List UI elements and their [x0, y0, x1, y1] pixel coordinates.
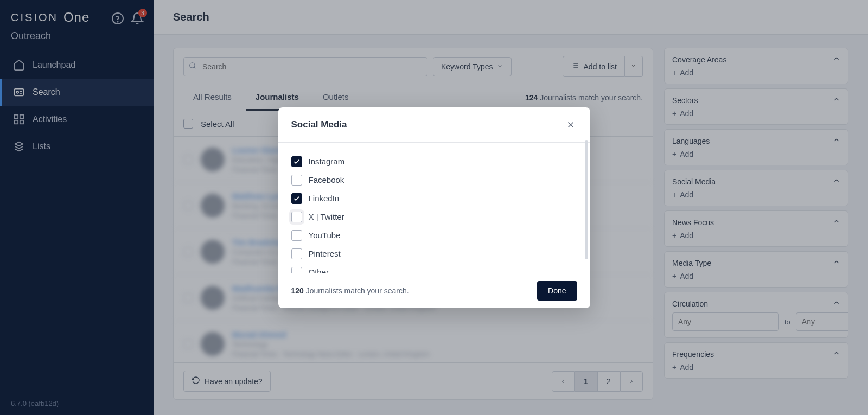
checkbox-checked[interactable]	[291, 156, 302, 167]
checkbox-unchecked[interactable]	[291, 175, 302, 186]
checkbox-unchecked[interactable]	[291, 212, 302, 222]
checkbox-unchecked[interactable]	[291, 267, 302, 273]
checkbox-unchecked[interactable]	[291, 248, 302, 259]
modal-option-pinterest[interactable]: Pinterest	[291, 245, 577, 263]
modal-option-other[interactable]: Other	[291, 263, 577, 273]
modal-option-linkedin[interactable]: LinkedIn	[291, 189, 577, 208]
modal-title: Social Media	[291, 119, 347, 130]
modal-scrollbar[interactable]	[585, 140, 588, 259]
modal-body: Instagram Facebook LinkedIn X | Twitter …	[278, 143, 590, 273]
checkbox-checked[interactable]	[291, 193, 302, 204]
modal-option-facebook[interactable]: Facebook	[291, 171, 577, 189]
modal-option-instagram[interactable]: Instagram	[291, 152, 577, 171]
checkbox-unchecked[interactable]	[291, 230, 302, 241]
modal-option-youtube[interactable]: YouTube	[291, 226, 577, 245]
modal-overlay[interactable]: Social Media Instagram Facebook LinkedIn…	[0, 0, 868, 415]
modal-option-twitter[interactable]: X | Twitter	[291, 208, 577, 226]
modal-count: 120 Journalists match your search.	[291, 286, 409, 295]
social-media-modal: Social Media Instagram Facebook LinkedIn…	[278, 107, 590, 308]
done-button[interactable]: Done	[537, 281, 577, 301]
close-icon[interactable]	[564, 118, 577, 131]
